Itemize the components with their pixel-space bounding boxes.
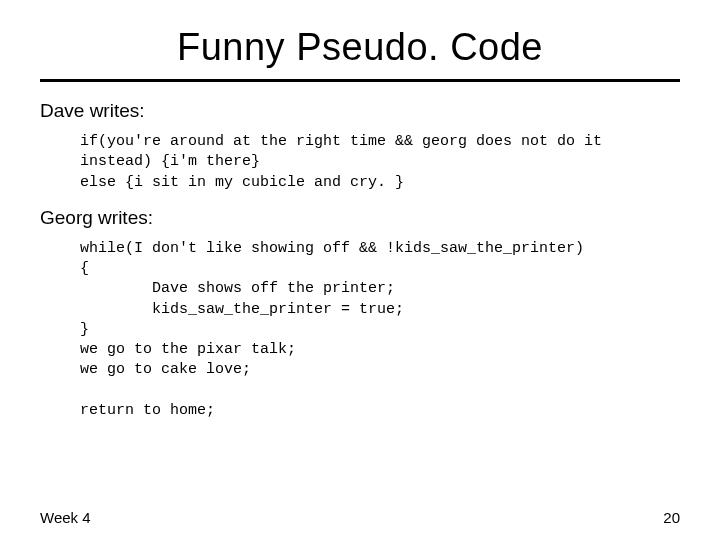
title-divider — [40, 79, 680, 82]
slide: Funny Pseudo. Code Dave writes: if(you'r… — [0, 0, 720, 540]
slide-title: Funny Pseudo. Code — [40, 26, 680, 69]
dave-label: Dave writes: — [40, 100, 680, 122]
georg-label: Georg writes: — [40, 207, 680, 229]
slide-footer: Week 4 20 — [40, 509, 680, 526]
footer-left: Week 4 — [40, 509, 91, 526]
footer-right: 20 — [663, 509, 680, 526]
georg-code-block: while(I don't like showing off && !kids_… — [80, 239, 680, 421]
dave-code-block: if(you're around at the right time && ge… — [80, 132, 680, 193]
